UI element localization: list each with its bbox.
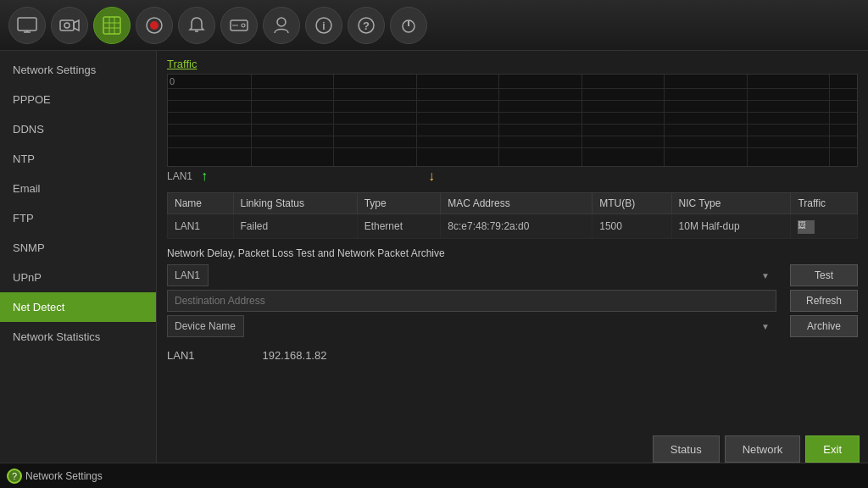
- network-icon-toolbar[interactable]: [93, 7, 131, 44]
- chart-arrows: LAN1 ↑ ↓: [167, 167, 858, 186]
- bottom-label: Network Settings: [25, 470, 103, 482]
- archive-button[interactable]: Archive: [790, 315, 858, 337]
- sidebar-item-net-detect[interactable]: Net Detect: [0, 292, 156, 322]
- help-icon[interactable]: ?: [348, 7, 385, 44]
- upload-arrow-icon: ↑: [201, 169, 208, 184]
- user-icon[interactable]: [263, 7, 300, 44]
- cell-name: LAN1: [168, 214, 234, 239]
- select-nic-row: LAN1: [167, 264, 776, 286]
- refresh-button[interactable]: Refresh: [790, 290, 858, 312]
- sidebar-item-snmp[interactable]: SNMP: [0, 233, 156, 263]
- status-button[interactable]: Status: [653, 435, 720, 463]
- download-arrow-icon: ↓: [428, 169, 435, 184]
- exit-button[interactable]: Exit: [805, 435, 860, 463]
- cell-mtu: 1500: [593, 214, 671, 239]
- col-header-nic-type: NIC Type: [671, 193, 791, 214]
- bottom-info-icon: ?: [7, 469, 22, 484]
- cell-mac: 8c:e7:48:79:2a:d0: [441, 214, 593, 239]
- footer-buttons: Status Network Exit: [653, 435, 860, 463]
- cell-linking-status: Failed: [233, 214, 357, 239]
- select-nic-wrapper: LAN1: [167, 264, 776, 286]
- traffic-icon: 🖼: [798, 220, 815, 234]
- cell-nic-type: 10M Half-dup: [671, 214, 791, 239]
- select-nic-dropdown[interactable]: LAN1: [167, 264, 209, 286]
- cell-traffic[interactable]: 🖼: [791, 214, 858, 239]
- sidebar-item-upnp[interactable]: UPnP: [0, 263, 156, 292]
- lan-info-row: LAN1 192.168.1.82: [157, 346, 868, 365]
- cell-type: Ethernet: [357, 214, 441, 239]
- nic-table: Name Linking Status Type MAC Address MTU…: [167, 192, 858, 239]
- svg-rect-0: [18, 18, 36, 30]
- net-detect-section: Network Delay, Packet Loss Test and Netw…: [157, 242, 868, 346]
- network-button[interactable]: Network: [725, 435, 801, 463]
- sidebar: Network Settings PPPOE DDNS NTP Email FT…: [0, 51, 157, 463]
- content-area: Traffic 0 LAN1: [157, 51, 868, 463]
- action-buttons: Test Refresh Archive: [790, 264, 858, 341]
- svg-point-4: [64, 23, 70, 28]
- traffic-title: Traffic: [167, 58, 858, 70]
- net-detect-form: LAN1 Device Name: [167, 264, 858, 341]
- svg-marker-5: [74, 20, 79, 30]
- col-header-traffic: Traffic: [791, 193, 858, 214]
- device-name-wrapper: Device Name: [167, 315, 776, 337]
- main-layout: Network Settings PPPOE DDNS NTP Email FT…: [0, 51, 868, 463]
- svg-point-12: [150, 21, 159, 30]
- col-header-mac: MAC Address: [441, 193, 593, 214]
- lan-name: LAN1: [167, 349, 195, 362]
- lan-label: LAN1: [167, 170, 192, 182]
- sidebar-item-ntp[interactable]: NTP: [0, 144, 156, 174]
- chart-y-label: 0: [170, 76, 175, 86]
- svg-text:i: i: [322, 20, 325, 32]
- sidebar-item-network-settings[interactable]: Network Settings: [0, 55, 156, 85]
- sidebar-item-network-statistics[interactable]: Network Statistics: [0, 322, 156, 352]
- dest-address-input[interactable]: [167, 290, 776, 312]
- form-fields: LAN1 Device Name: [167, 264, 776, 341]
- svg-rect-3: [60, 20, 74, 30]
- traffic-section: Traffic 0 LAN1: [157, 51, 868, 189]
- power-icon[interactable]: [390, 7, 427, 44]
- lan-ip: 192.168.1.82: [263, 349, 327, 362]
- svg-point-15: [242, 24, 245, 27]
- sidebar-item-ddns[interactable]: DDNS: [0, 114, 156, 144]
- traffic-chart: 0: [167, 74, 858, 167]
- svg-rect-6: [103, 17, 120, 34]
- col-header-type: Type: [357, 193, 441, 214]
- sidebar-item-pppoe[interactable]: PPPOE: [0, 85, 156, 114]
- svg-point-17: [277, 18, 286, 26]
- camera-icon[interactable]: [51, 7, 88, 44]
- record-icon[interactable]: [136, 7, 173, 44]
- test-button[interactable]: Test: [790, 264, 858, 286]
- dest-address-row: [167, 290, 776, 312]
- alarm-icon[interactable]: [178, 7, 215, 44]
- col-header-linking: Linking Status: [233, 193, 357, 214]
- device-name-dropdown[interactable]: Device Name: [167, 315, 244, 337]
- bottom-bar: ? Network Settings: [0, 463, 868, 488]
- table-row: LAN1 Failed Ethernet 8c:e7:48:79:2a:d0 1…: [168, 214, 858, 239]
- col-header-name: Name: [168, 193, 234, 214]
- sidebar-item-email[interactable]: Email: [0, 174, 156, 203]
- info-icon[interactable]: i: [305, 7, 342, 44]
- device-name-row: Device Name: [167, 315, 776, 337]
- svg-text:?: ?: [363, 19, 370, 32]
- col-header-mtu: MTU(B): [593, 193, 671, 214]
- hdd-icon[interactable]: [220, 7, 258, 44]
- monitor-icon[interactable]: [8, 7, 46, 44]
- top-toolbar: i ?: [0, 0, 868, 51]
- sidebar-item-ftp[interactable]: FTP: [0, 203, 156, 233]
- net-detect-title: Network Delay, Packet Loss Test and Netw…: [167, 247, 858, 259]
